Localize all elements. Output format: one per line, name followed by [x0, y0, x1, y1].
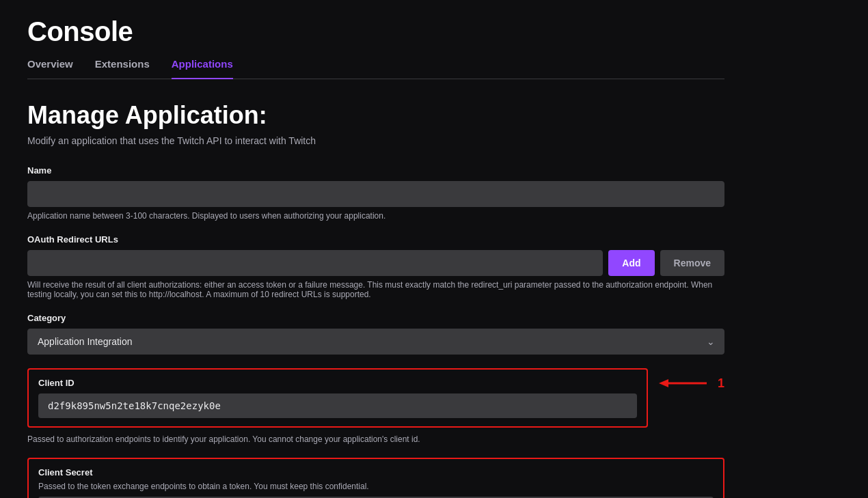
tab-extensions[interactable]: Extensions — [95, 58, 150, 79]
category-select-wrapper: Application Integration Chat Bot Game In… — [27, 329, 724, 355]
name-input[interactable] — [27, 181, 724, 207]
oauth-label: OAuth Redirect URLs — [27, 234, 724, 245]
page-title: Console — [27, 16, 724, 47]
annotation-1-label: 1 — [718, 376, 724, 391]
name-hint: Application name between 3-100 character… — [27, 211, 724, 221]
arrow-1-annotation: 1 — [659, 375, 724, 391]
client-secret-wrapper: Client Secret Passed to the token exchan… — [27, 458, 724, 498]
oauth-input[interactable] — [27, 250, 603, 276]
client-id-hint: Passed to authorization endpoints to ide… — [27, 434, 724, 444]
oauth-row: Add Remove — [27, 250, 724, 276]
name-field-group: Name Application name between 3-100 char… — [27, 165, 724, 221]
client-id-section: Client ID d2f9k895nw5n2te18k7cnqe2ezyk0e — [27, 368, 648, 428]
client-id-wrapper: Client ID d2f9k895nw5n2te18k7cnqe2ezyk0e… — [27, 368, 724, 430]
tab-applications[interactable]: Applications — [172, 58, 233, 79]
category-label: Category — [27, 313, 724, 323]
add-button[interactable]: Add — [608, 250, 654, 276]
tab-overview[interactable]: Overview — [27, 58, 73, 79]
client-id-label: Client ID — [38, 378, 637, 388]
client-secret-hint: Passed to the token exchange endpoints t… — [38, 482, 714, 491]
category-field-group: Category Application Integration Chat Bo… — [27, 313, 724, 355]
client-secret-section: Client Secret Passed to the token exchan… — [27, 458, 724, 498]
section-subtitle: Modify an application that uses the Twit… — [27, 135, 724, 146]
svg-marker-1 — [659, 379, 668, 387]
client-secret-label: Client Secret — [38, 467, 714, 478]
client-id-value: d2f9k895nw5n2te18k7cnqe2ezyk0e — [38, 393, 637, 418]
oauth-field-group: OAuth Redirect URLs Add Remove Will rece… — [27, 234, 724, 299]
category-select[interactable]: Application Integration Chat Bot Game In… — [27, 329, 724, 355]
oauth-hint: Will receive the result of all client au… — [27, 280, 724, 299]
annotation-1: 1 — [659, 375, 724, 391]
arrow-1-icon — [659, 375, 714, 391]
main-nav: Overview Extensions Applications — [27, 58, 724, 79]
section-title: Manage Application: — [27, 101, 724, 130]
remove-button[interactable]: Remove — [660, 250, 724, 276]
name-label: Name — [27, 165, 724, 176]
